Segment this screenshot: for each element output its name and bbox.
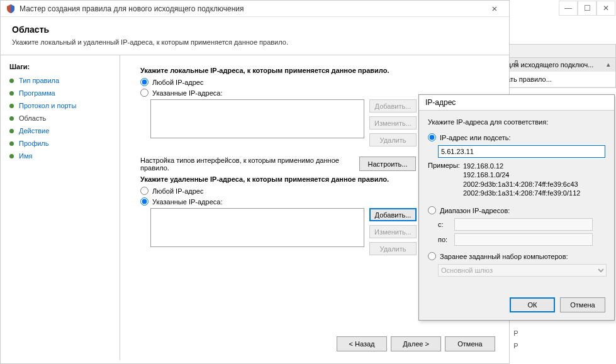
firewall-icon bbox=[6, 4, 16, 14]
ip-subnet-input[interactable] bbox=[438, 145, 605, 158]
local-ip-section-label: Укажите локальные IP-адреса, к которым п… bbox=[140, 67, 495, 74]
interface-types-text: Настройка типов интерфейсов, к которым п… bbox=[140, 157, 354, 172]
page-title: Область bbox=[12, 25, 498, 35]
ip-subnet-radio[interactable] bbox=[428, 133, 436, 141]
step-name[interactable]: Имя bbox=[9, 152, 120, 160]
local-delete-button: Удалить bbox=[369, 133, 417, 146]
examples-values: 192.168.0.12 192.168.1.0/24 2002:9d3b:1a… bbox=[463, 162, 580, 197]
window-controls: — ☐ ✕ bbox=[559, 1, 615, 19]
ip-range-label: Диапазон IP-адресов: bbox=[440, 207, 510, 214]
step-type[interactable]: Тип правила bbox=[9, 77, 120, 84]
remote-these-ips-radio[interactable] bbox=[140, 197, 148, 206]
wizard-close-button[interactable]: × bbox=[485, 3, 504, 14]
close-icon[interactable]: ✕ bbox=[596, 1, 615, 16]
ip-range-radio[interactable] bbox=[428, 206, 436, 214]
maximize-icon[interactable]: ☐ bbox=[578, 1, 596, 16]
step-protocol[interactable]: Протокол и порты bbox=[9, 102, 120, 109]
local-any-ip-radio[interactable] bbox=[140, 78, 148, 86]
background-column-letters-2: Р Р bbox=[510, 327, 522, 352]
next-button[interactable]: Далее > bbox=[391, 336, 441, 351]
minimize-icon[interactable]: — bbox=[559, 1, 578, 16]
customize-interfaces-button[interactable]: Настроить... bbox=[359, 157, 416, 171]
remote-delete-button: Удалить bbox=[369, 242, 417, 255]
step-action[interactable]: Действие bbox=[9, 127, 120, 135]
range-to-label: по: bbox=[438, 236, 454, 243]
local-ip-listbox[interactable] bbox=[150, 99, 364, 138]
page-subtitle: Укажите локальный и удаленный IP-адреса,… bbox=[12, 38, 498, 46]
ip-address-dialog: IP-адрес Укажите IP-адреса для соответст… bbox=[418, 94, 615, 321]
local-any-ip-label: Любой IP-адрес bbox=[152, 79, 203, 86]
ip-subnet-label: IP-адрес или подсеть: bbox=[440, 134, 510, 141]
remote-these-ips-label: Указанные IP-адреса: bbox=[152, 198, 222, 206]
wizard-titlebar: Мастер создания правила для нового исход… bbox=[1, 1, 509, 17]
background-column-letters: Д bbox=[510, 57, 522, 69]
back-button[interactable]: < Назад bbox=[337, 336, 387, 351]
ip-dialog-instruction: Укажите IP-адреса для соответствия: bbox=[428, 118, 605, 126]
range-from-input bbox=[454, 218, 593, 231]
range-to-input bbox=[454, 233, 593, 246]
local-edit-button: Изменить... bbox=[369, 116, 417, 130]
wizard-title-text: Мастер создания правила для нового исход… bbox=[20, 4, 244, 13]
range-from-label: с: bbox=[438, 221, 454, 228]
ip-dialog-title: IP-адрес bbox=[419, 95, 614, 111]
local-add-button: Добавить... bbox=[369, 99, 417, 113]
remote-edit-button: Изменить... bbox=[369, 225, 417, 238]
predef-select: Основной шлюз bbox=[438, 264, 607, 277]
cancel-button[interactable]: Отмена bbox=[445, 336, 495, 351]
remote-any-ip-radio[interactable] bbox=[140, 187, 148, 195]
step-program[interactable]: Программа bbox=[9, 89, 120, 97]
remote-ip-listbox[interactable] bbox=[150, 208, 364, 247]
wizard-header: Область Укажите локальный и удаленный IP… bbox=[1, 17, 509, 55]
ip-ok-button[interactable]: ОК bbox=[510, 297, 555, 312]
local-these-ips-radio[interactable] bbox=[140, 89, 148, 97]
steps-list: Шаги: Тип правила Программа Протокол и п… bbox=[1, 55, 120, 360]
step-scope[interactable]: Область bbox=[9, 114, 120, 122]
remote-any-ip-label: Любой IP-адрес bbox=[152, 187, 203, 195]
chevron-up-icon: ▴ bbox=[607, 60, 610, 69]
ip-cancel-button[interactable]: Отмена bbox=[560, 297, 605, 312]
steps-label: Шаги: bbox=[9, 63, 120, 70]
local-these-ips-label: Указанные IP-адреса: bbox=[152, 89, 222, 97]
ip-predef-radio[interactable] bbox=[428, 252, 436, 260]
remote-add-button[interactable]: Добавить... bbox=[369, 208, 417, 221]
step-profile[interactable]: Профиль bbox=[9, 140, 120, 147]
ip-predef-label: Заранее заданный набор компьютеров: bbox=[440, 253, 568, 260]
examples-label: Примеры: bbox=[428, 162, 463, 197]
